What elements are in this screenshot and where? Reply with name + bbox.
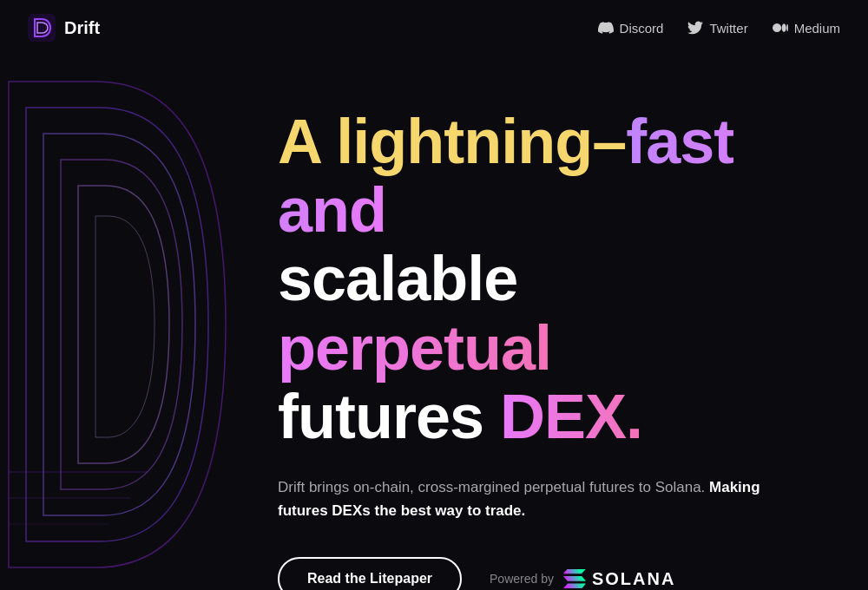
- medium-link[interactable]: Medium: [773, 20, 840, 36]
- headline-dex: DEX.: [500, 382, 642, 451]
- subtext-normal: Drift brings on-chain, cross-margined pe…: [278, 479, 709, 495]
- logo-text: Drift: [64, 18, 100, 38]
- hero-content: A lightning–fast and scalable perpetual …: [260, 90, 816, 590]
- discord-link[interactable]: Discord: [598, 20, 664, 36]
- main-content: A lightning–fast and scalable perpetual …: [0, 56, 868, 590]
- drift-logo-icon: [28, 14, 56, 42]
- headline-white-scalable: scalable: [278, 244, 517, 313]
- headline-yellow: A lightning: [278, 107, 592, 176]
- cta-row: Read the Litepaper Powered by: [278, 557, 799, 590]
- headline-white-futures: futures: [278, 382, 500, 451]
- medium-label: Medium: [794, 21, 840, 36]
- nav-links: Discord Twitter Medium: [598, 20, 840, 36]
- solana-logo: SOLANA: [562, 569, 675, 589]
- headline-pink-perpetual: perpetual: [278, 313, 551, 383]
- twitter-link[interactable]: Twitter: [687, 20, 747, 36]
- discord-icon: [598, 20, 614, 36]
- subtext: Drift brings on-chain, cross-margined pe…: [278, 475, 764, 522]
- navbar: Drift Discord Twitter: [0, 0, 868, 56]
- powered-by-label: Powered by: [490, 572, 554, 586]
- logo[interactable]: Drift: [28, 14, 100, 42]
- twitter-icon: [687, 20, 703, 36]
- twitter-label: Twitter: [709, 21, 747, 36]
- solana-text: SOLANA: [592, 569, 675, 589]
- litepaper-button[interactable]: Read the Litepaper: [278, 557, 462, 590]
- solana-icon: [562, 569, 587, 588]
- medium-icon: [773, 20, 788, 36]
- powered-by: Powered by: [490, 569, 675, 589]
- headline: A lightning–fast and scalable perpetual …: [278, 108, 799, 451]
- discord-label: Discord: [620, 21, 664, 36]
- left-graphic: [0, 56, 243, 590]
- svg-rect-0: [28, 14, 56, 42]
